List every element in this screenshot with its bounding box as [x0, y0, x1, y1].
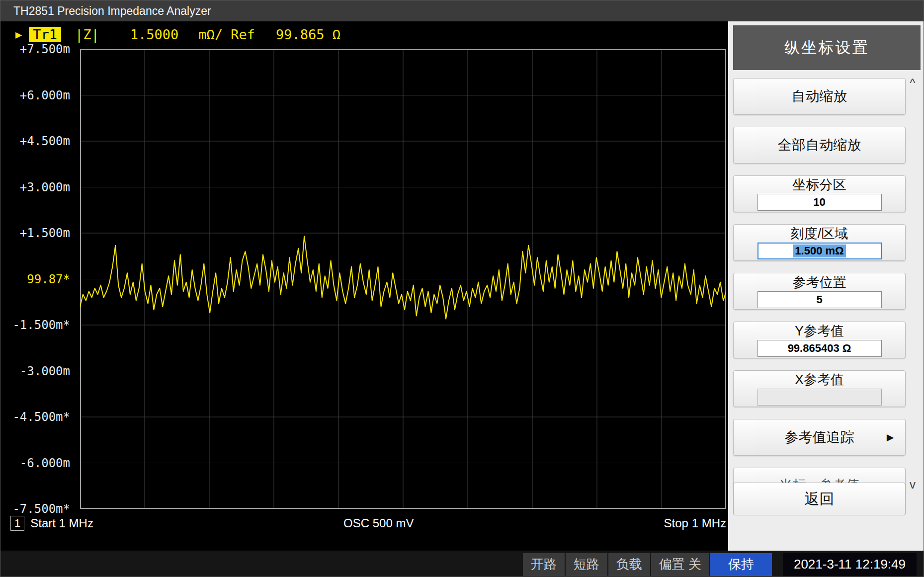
window-title: TH2851 Precision Impedance Analyzer: [13, 4, 211, 18]
scroll-down-icon[interactable]: v: [907, 479, 919, 491]
divisions-field-value-text: 10: [813, 196, 825, 209]
plot-area: +7.500m+6.000m+4.500m+3.000m+1.500m99.87…: [80, 49, 726, 509]
y-tick-label: +6.000m: [20, 88, 70, 102]
y-tick-label: -3.000m: [20, 364, 70, 378]
title-bar: TH2851 Precision Impedance Analyzer: [0, 0, 924, 21]
scroll-up-icon[interactable]: ^: [907, 77, 919, 89]
sidebar: 纵坐标设置 自动缩放全部自动缩放坐标分区10刻度/区域1.500 mΩ参考位置5…: [728, 21, 924, 551]
osc-level-label: OSC 500 mV: [343, 516, 414, 530]
main-area: ▶ Tr1 |Z| 1.5000 mΩ/ Ref 99.865 Ω +7.500…: [0, 21, 924, 551]
trace-ref-value: 99.865 Ω: [276, 27, 340, 42]
short-correction-button[interactable]: 短路: [566, 553, 607, 576]
channel-number-badge: 1: [10, 516, 24, 531]
x-reference-value-field[interactable]: X参考值: [733, 370, 906, 407]
y-tick-label: -7.500m*: [12, 502, 70, 516]
reference-tracking-button[interactable]: 参考值追踪►: [733, 419, 906, 456]
bias-toggle-button[interactable]: 偏置 关: [651, 553, 709, 576]
reference-tracking-button-label: 参考值追踪: [785, 428, 854, 447]
active-trace-arrow-icon: ▶: [15, 28, 22, 41]
datetime-display: 2021-3-11 12:19:49: [783, 553, 917, 576]
reference-position-field-input[interactable]: 5: [757, 291, 882, 308]
trace-ref-label: Ref: [231, 27, 255, 42]
y-tick-label: -6.000m: [20, 456, 70, 470]
reference-position-field[interactable]: 参考位置5: [733, 273, 906, 310]
sidebar-header: 纵坐标设置: [733, 25, 921, 70]
auto-scale-button[interactable]: 自动缩放: [733, 78, 906, 115]
x-reference-value-field-label: X参考值: [795, 372, 844, 387]
instrument-screen: TH2851 Precision Impedance Analyzer ▶ Tr…: [0, 0, 924, 577]
chart-region: ▶ Tr1 |Z| 1.5000 mΩ/ Ref 99.865 Ω +7.500…: [0, 21, 728, 551]
y-axis-labels: +7.500m+6.000m+4.500m+3.000m+1.500m99.87…: [0, 49, 74, 509]
stop-frequency-label: Stop 1 MHz: [664, 516, 726, 530]
trace-name-badge[interactable]: Tr1: [29, 27, 61, 42]
y-tick-label: -1.500m*: [12, 318, 70, 332]
y-tick-label: -4.500m*: [12, 410, 70, 424]
plot-svg: [80, 49, 726, 509]
reference-position-field-label: 参考位置: [793, 275, 846, 290]
auto-scale-button-label: 自动缩放: [792, 87, 847, 106]
x-start-label: 1 Start 1 MHz: [10, 516, 93, 531]
divisions-field[interactable]: 坐标分区10: [733, 175, 906, 212]
trace-scale-unit: mΩ/: [198, 27, 223, 42]
auto-scale-all-button[interactable]: 全部自动缩放: [733, 127, 906, 164]
scale-per-division-field-input[interactable]: 1.500 mΩ: [757, 243, 882, 259]
reference-position-field-value-text: 5: [816, 293, 822, 306]
auto-scale-all-button-label: 全部自动缩放: [778, 136, 861, 155]
hold-button[interactable]: 保持: [710, 553, 772, 576]
divisions-field-label: 坐标分区: [793, 177, 846, 192]
x-reference-value-field-input[interactable]: [757, 389, 882, 406]
load-correction-button[interactable]: 负载: [608, 553, 650, 576]
bottom-bar: 开路短路负载偏置 关保持 2021-3-11 12:19:49: [0, 551, 924, 577]
open-correction-button[interactable]: 开路: [523, 553, 565, 576]
y-reference-value-field-label: Y参考值: [795, 324, 844, 338]
trace-scale-value: 1.5000: [130, 27, 179, 42]
trace-parameter-label: |Z|: [75, 27, 99, 42]
y-tick-label: +3.000m: [20, 180, 70, 194]
y-reference-value-field-value-text: 99.865403 Ω: [788, 342, 851, 355]
y-tick-label: +7.500m: [20, 42, 70, 56]
bottom-buttons: 开路短路负载偏置 关保持: [522, 553, 772, 576]
start-frequency-label: Start 1 MHz: [30, 516, 93, 530]
y-reference-value-field[interactable]: Y参考值99.865403 Ω: [733, 322, 906, 358]
y-ref-tick-label: 99.87*: [27, 272, 70, 286]
y-tick-label: +4.500m: [20, 134, 70, 148]
trace-header: ▶ Tr1 |Z| 1.5000 mΩ/ Ref 99.865 Ω: [15, 25, 728, 43]
sidebar-items: 自动缩放全部自动缩放坐标分区10刻度/区域1.500 mΩ参考位置5Y参考值99…: [733, 78, 906, 495]
back-button[interactable]: 返回: [733, 483, 906, 515]
scale-per-division-field-label: 刻度/区域: [791, 226, 848, 241]
y-tick-label: +1.500m: [20, 226, 70, 240]
scale-per-division-field[interactable]: 刻度/区域1.500 mΩ: [733, 224, 906, 261]
submenu-arrow-icon: ►: [884, 430, 896, 444]
x-axis-labels: 1 Start 1 MHz OSC 500 mV Stop 1 MHz: [10, 516, 726, 531]
scale-per-division-field-value-text: 1.500 mΩ: [793, 245, 845, 257]
y-reference-value-field-input[interactable]: 99.865403 Ω: [757, 340, 882, 357]
divisions-field-input[interactable]: 10: [757, 194, 882, 211]
